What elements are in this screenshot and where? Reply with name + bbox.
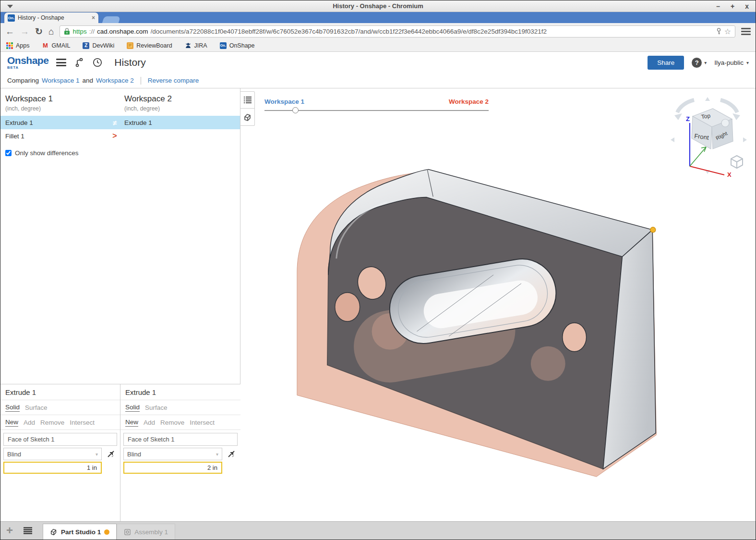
- feature-diff-row-fillet[interactable]: Fillet 1 >: [0, 129, 240, 143]
- op-add-toggle[interactable]: Add: [144, 419, 155, 426]
- model-hole: [563, 323, 587, 352]
- bookmark-label: JIRA: [194, 42, 207, 49]
- compare-panel: Workspace 1 (inch, degree) Workspace 2 (…: [0, 88, 240, 521]
- op-new-toggle[interactable]: New: [5, 418, 18, 427]
- bookmark-onshape[interactable]: On. OnShape: [220, 42, 255, 49]
- modified-dot: [104, 529, 109, 535]
- key-icon[interactable]: [716, 28, 722, 35]
- minimize-button[interactable]: –: [716, 3, 720, 10]
- jira-icon: [185, 42, 192, 49]
- selection-list[interactable]: Face of Sketch 1: [3, 433, 117, 446]
- bookmark-apps[interactable]: Apps: [6, 42, 30, 49]
- bookmark-gmail[interactable]: M GMAIL: [42, 42, 71, 49]
- bookmark-jira[interactable]: JIRA: [185, 42, 207, 49]
- reverse-compare-link[interactable]: Reverse compare: [148, 77, 199, 84]
- list-view-tab[interactable]: [240, 91, 255, 109]
- workspace1-link[interactable]: Workspace 1: [42, 77, 80, 84]
- help-icon: ?: [692, 58, 702, 68]
- bookmark-reviewboard[interactable]: ReviewBoard: [127, 42, 172, 49]
- only-show-differences-checkbox[interactable]: [5, 150, 12, 156]
- op-add-toggle[interactable]: Add: [24, 419, 35, 426]
- only-show-differences-label: Only show differences: [15, 149, 79, 157]
- workspace2-link[interactable]: Workspace 2: [96, 77, 134, 84]
- browser-toolbar: ← → ↻ ⌂ https://cad.onshape.com/document…: [0, 23, 756, 39]
- onshape-logo-text: Onshape: [7, 55, 48, 66]
- maximize-button[interactable]: +: [731, 3, 734, 10]
- selection-list[interactable]: Face of Sketch 1: [123, 433, 238, 446]
- axis-x-label: X: [727, 171, 732, 177]
- ghost-hole: [531, 346, 565, 381]
- tab-close-icon[interactable]: ×: [92, 14, 95, 21]
- browser-tab[interactable]: On. History - Onshape ×: [4, 12, 98, 23]
- end-condition-select[interactable]: Blind ▾: [3, 448, 102, 460]
- end-condition-value: Blind: [7, 451, 21, 458]
- slider-workspace2-label[interactable]: Workspace 2: [449, 98, 489, 105]
- url-separator: ://: [89, 28, 95, 35]
- tab-label: Part Studio 1: [61, 528, 101, 536]
- window-title: History - Onshape - Chromium: [0, 0, 756, 12]
- end-condition-select[interactable]: Blind ▾: [123, 448, 222, 460]
- user-menu[interactable]: Ilya-public ▾: [714, 59, 749, 66]
- selected-vertex-dot[interactable]: [650, 227, 656, 233]
- part-studio-icon: [50, 528, 58, 536]
- add-tab-button[interactable]: +: [6, 525, 13, 536]
- op-intersect-toggle[interactable]: Intersect: [70, 419, 95, 426]
- workspace1-panel-title: Workspace 1: [5, 94, 120, 104]
- feature-title: Extrude 1: [0, 384, 120, 400]
- url-domain: cad.onshape.com: [97, 28, 148, 35]
- depth-input[interactable]: 1 in: [3, 462, 102, 474]
- part-view-tab[interactable]: [240, 109, 255, 126]
- tab-label: Assembly 1: [134, 528, 168, 536]
- forward-icon[interactable]: →: [20, 27, 29, 36]
- depth-input[interactable]: 2 in: [123, 462, 222, 474]
- view-cube-faces[interactable]: [692, 109, 733, 149]
- bookmark-star-icon[interactable]: ☆: [724, 27, 731, 36]
- flip-direction-button[interactable]: [105, 448, 117, 460]
- history-clock-icon[interactable]: [92, 57, 103, 68]
- feature-name-left: Fillet 1: [0, 133, 105, 140]
- tab-assembly-1[interactable]: Assembly 1: [117, 524, 175, 540]
- onshape-logo[interactable]: Onshape BETA: [7, 55, 48, 70]
- tab-list-icon: [24, 527, 32, 534]
- not-equal-icon: ≠: [105, 119, 124, 127]
- browser-menu-icon[interactable]: [741, 28, 751, 35]
- model-hole: [335, 293, 360, 321]
- panel-view-tabs: [240, 91, 255, 126]
- solid-toggle[interactable]: Solid: [5, 404, 20, 412]
- versions-icon[interactable]: [74, 57, 84, 68]
- reload-icon[interactable]: ↻: [35, 27, 43, 36]
- share-button[interactable]: Share: [648, 56, 684, 70]
- feature-diff-row-extrude[interactable]: Extrude 1 ≠ Extrude 1: [0, 116, 240, 129]
- surface-toggle[interactable]: Surface: [145, 404, 168, 411]
- list-icon: [243, 96, 252, 104]
- slider-workspace1-label[interactable]: Workspace 1: [264, 98, 304, 105]
- address-bar[interactable]: https://cad.onshape.com/documents/a72208…: [60, 25, 735, 37]
- gmail-icon: M: [42, 42, 49, 49]
- tab-part-studio-1[interactable]: Part Studio 1: [43, 524, 117, 540]
- close-button[interactable]: x: [745, 3, 749, 10]
- surface-toggle[interactable]: Surface: [25, 404, 48, 411]
- user-name: Ilya-public: [714, 59, 744, 66]
- back-icon[interactable]: ←: [5, 27, 14, 36]
- new-tab-button[interactable]: [102, 16, 121, 23]
- apps-grid-icon: [6, 42, 13, 49]
- bookmark-devwiki[interactable]: Z DevWiki: [83, 42, 114, 49]
- feature-detail-workspace1: Extrude 1 Solid Surface New Add Remove I…: [0, 384, 120, 521]
- slider-track[interactable]: [264, 110, 489, 111]
- op-remove-toggle[interactable]: Remove: [160, 419, 184, 426]
- solid-toggle[interactable]: Solid: [125, 404, 140, 412]
- home-icon[interactable]: ⌂: [48, 27, 54, 36]
- op-new-toggle[interactable]: New: [125, 418, 138, 427]
- main-menu-icon[interactable]: [56, 59, 66, 66]
- op-remove-toggle[interactable]: Remove: [40, 419, 64, 426]
- op-intersect-toggle[interactable]: Intersect: [190, 419, 215, 426]
- workspace2-units: (inch, degree): [124, 105, 240, 112]
- help-menu[interactable]: ? ▾: [692, 58, 707, 68]
- document-tab-bar: + Part Studio 1 Assembly 1: [0, 521, 756, 540]
- isometric-view-button[interactable]: [730, 155, 744, 169]
- tab-list-button[interactable]: [24, 521, 32, 540]
- graphics-viewport[interactable]: Workspace 1 Workspace 2: [240, 88, 756, 521]
- flip-direction-button[interactable]: [225, 448, 238, 460]
- window-menu-icon[interactable]: [7, 5, 13, 8]
- bookmark-label: GMAIL: [52, 42, 71, 49]
